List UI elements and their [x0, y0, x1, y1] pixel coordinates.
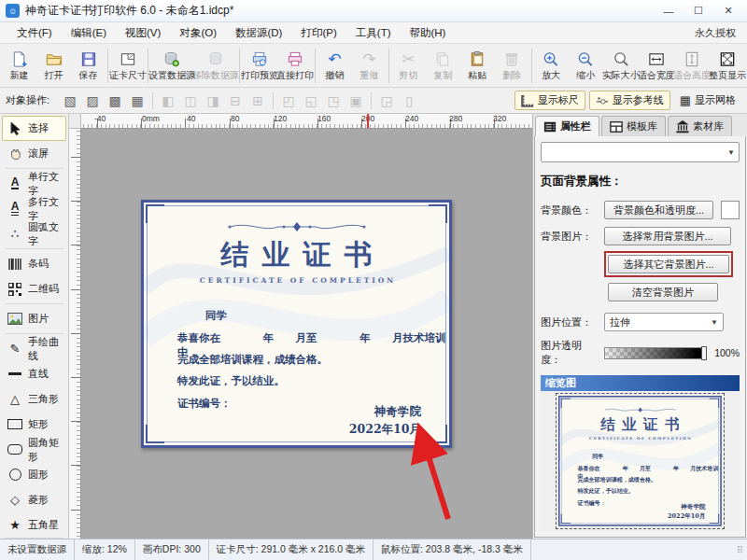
tool-label: 矩形 [28, 417, 49, 431]
tool-select[interactable]: 选择 [2, 116, 66, 141]
tab-label: 素材库 [693, 119, 724, 133]
barcode-icon [7, 257, 23, 272]
menu-tools[interactable]: 工具(T) [346, 23, 401, 43]
toolbar-label: 复制 [433, 69, 452, 82]
opacity-slider-handle[interactable] [701, 346, 707, 360]
tool-multi-line-text[interactable]: A 多行文字 [2, 196, 66, 221]
actual-size-button[interactable]: 实际大小 [603, 46, 639, 86]
tool-arc-text[interactable]: ∴ 圆弧文字 [2, 221, 66, 246]
certificate-issuer: 神奇学院 [374, 404, 421, 420]
bring-to-front-button[interactable]: ▩ [104, 91, 126, 110]
fit-height-button: 适合高度 [674, 46, 710, 86]
send-backward-button[interactable]: ▨ [81, 91, 104, 110]
bg-color-button[interactable]: 背景颜色和透明度... [604, 201, 713, 219]
tool-qrcode[interactable]: 二维码 [2, 276, 66, 301]
set-datasource-button[interactable]: 设置数据源 [150, 46, 194, 86]
choose-common-bg-button[interactable]: 选择常用背景图片... [604, 227, 731, 245]
cut-icon: ✂ [402, 50, 415, 68]
red-pointer-arrow [408, 420, 473, 527]
save-floppy-icon [79, 50, 98, 68]
toolbar-separator [107, 49, 108, 83]
print-preview-icon [250, 50, 269, 68]
menu-edit[interactable]: 编辑(E) [62, 23, 116, 43]
ruler-label: 80 [231, 114, 239, 123]
tool-rectangle[interactable]: 矩形 [2, 412, 66, 437]
tool-star[interactable]: ★ 五角星 [2, 512, 66, 538]
fit-width-button[interactable]: 适合宽度 [639, 46, 674, 86]
choose-other-bg-button[interactable]: 选择其它背景图片... [608, 255, 729, 273]
menu-help[interactable]: 帮助(H) [400, 23, 455, 43]
tool-triangle[interactable]: △ 三角形 [2, 386, 66, 412]
menu-object[interactable]: 对象(O) [170, 23, 226, 43]
clear-bg-button[interactable]: 清空背景图片 [608, 283, 718, 301]
send-to-back-button[interactable]: ▦ [126, 91, 148, 110]
new-button[interactable]: 新建 [2, 46, 36, 86]
tool-freehand-curve[interactable]: ✎ 手绘曲线 [2, 336, 66, 361]
tool-image[interactable]: 图片 [2, 306, 66, 331]
same-size-button: ▯ [398, 91, 420, 110]
bg-color-swatch[interactable] [721, 201, 740, 219]
menu-print[interactable]: 打印(P) [291, 23, 345, 43]
tool-single-line-text[interactable]: A 单行文字 [2, 171, 66, 196]
image-position-dropdown[interactable]: 拉伸 ▼ [604, 313, 724, 331]
bring-forward-button[interactable]: ▧ [59, 91, 81, 110]
zoom-in-button[interactable]: 放大 [534, 46, 569, 86]
toolbar-label: 打印预览 [241, 69, 278, 82]
show-ruler-toggle[interactable]: 显示标尺 [514, 91, 585, 110]
tool-diamond[interactable]: ◇ 菱形 [2, 487, 66, 512]
properties-tab-icon [543, 120, 557, 133]
redo-icon: ↷ [362, 50, 375, 68]
copy-icon [433, 50, 452, 68]
toolbar-label: 保存 [79, 69, 98, 82]
resize-grip[interactable]: ⠿ [737, 545, 744, 555]
certificate-subtitle: CERTIFICATE OF COMPLETION [560, 436, 721, 441]
undo-icon: ↶ [328, 50, 341, 68]
red-highlight-box: 选择其它背景图片... [604, 251, 733, 277]
direct-print-icon [286, 50, 304, 68]
tool-line[interactable]: 直线 [2, 361, 66, 386]
menu-file[interactable]: 文件(F) [7, 23, 62, 43]
ruler-label: 240 [405, 114, 418, 123]
tab-materials[interactable]: 素材库 [668, 116, 732, 136]
fit-height-icon [683, 50, 701, 68]
undo-button[interactable]: ↶ 撤销 [317, 46, 352, 86]
show-guides-toggle[interactable]: 显示参考线 [589, 91, 670, 110]
card-size-button[interactable]: 证卡尺寸 [110, 46, 146, 86]
tool-rounded-rectangle[interactable]: 圆角矩形 [2, 437, 66, 462]
print-preview-button[interactable]: 打印预览 [242, 46, 277, 86]
status-mouse-position: 鼠标位置: 203.8 毫米, -18.3 毫米 [374, 539, 531, 560]
properties-panel-body: ▼ 页面背景属性： 背景颜色： 背景颜色和透明度... 背景图片： 选择常用背景… [534, 136, 746, 538]
title-bar: ☺ 神奇证卡证书打印软件 6.0 - 未命名1.idcp* — ☐ ✕ [0, 0, 747, 22]
tool-sidebar: 选择 滚屏 A 单行文字 A 多行文字 ∴ 圆弧文字 条码 二维码 [0, 114, 69, 539]
zoom-out-button[interactable]: 缩小 [569, 46, 603, 86]
certificate-body-line: 完成全部培训课程，成绩合格。 [177, 353, 328, 367]
direct-print-button[interactable]: 直接打印 [277, 46, 313, 86]
open-button[interactable]: 打开 [36, 46, 71, 86]
menu-datasource[interactable]: 数据源(D) [226, 23, 291, 43]
minimize-button[interactable]: — [655, 3, 682, 20]
opacity-slider[interactable] [604, 347, 707, 359]
delete-button: 删除 [495, 46, 529, 86]
certificate-page[interactable]: 结业证书 CERTIFICATE OF COMPLETION 同学 恭喜你在 年… [141, 200, 452, 448]
save-button[interactable]: 保存 [71, 46, 106, 86]
thumbnail-preview[interactable]: 结业证书 CERTIFICATE OF COMPLETION 同学 恭喜你在 年… [558, 396, 722, 526]
tool-circle[interactable]: 圆形 [2, 462, 66, 487]
show-grid-toggle[interactable]: ▦ 显示网格 [674, 91, 741, 109]
close-button[interactable]: ✕ [715, 3, 741, 20]
tool-barcode[interactable]: 条码 [2, 251, 66, 276]
fit-page-button[interactable]: 整页显示 [710, 46, 745, 86]
menu-view[interactable]: 视图(V) [116, 23, 170, 43]
chevron-down-icon: ▼ [711, 318, 718, 327]
tool-scroll[interactable]: 滚屏 [2, 141, 66, 166]
certificate-number-label: 证书编号： [577, 499, 605, 507]
tab-templates[interactable]: 模板库 [601, 116, 666, 136]
mouse-position-marker [367, 114, 369, 128]
maximize-button[interactable]: ☐ [685, 3, 712, 20]
tab-properties[interactable]: 属性栏 [535, 116, 599, 136]
align-top-button: ⊟ [224, 91, 247, 110]
design-canvas[interactable]: 结业证书 CERTIFICATE OF COMPLETION 同学 恭喜你在 年… [81, 129, 532, 539]
toolbar-label: 移除数据源 [192, 69, 239, 82]
paste-button[interactable]: 粘贴 [460, 46, 495, 86]
certificate-date: 2022年10月 [668, 512, 706, 521]
object-selector-dropdown[interactable]: ▼ [541, 142, 740, 162]
